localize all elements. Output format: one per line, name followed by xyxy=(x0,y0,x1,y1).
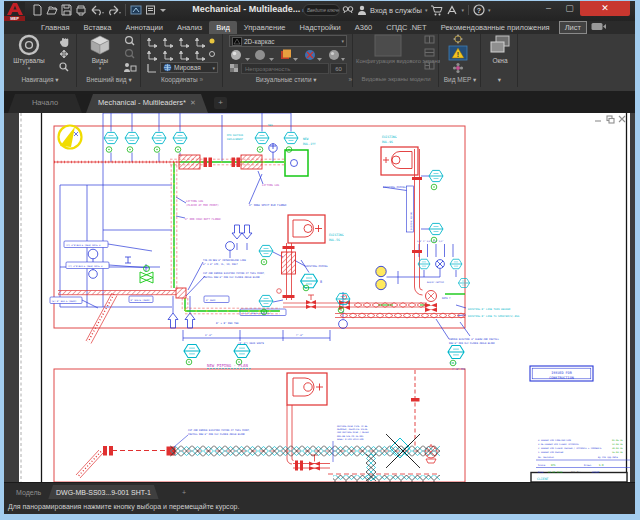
compass-icon xyxy=(454,35,463,44)
svg-text:NTS: NTS xyxy=(551,464,556,467)
svg-text:NEW PIPING - PLAN: NEW PIPING - PLAN xyxy=(207,363,249,368)
globe-icon xyxy=(163,63,172,72)
ribbon-tab-Рекомендованные приложения[interactable]: Рекомендованные приложения xyxy=(434,21,557,34)
layout-tab-add[interactable]: + xyxy=(174,485,194,500)
application-window: MEP Mechanical - Multileade... ▸ Введите… xyxy=(4,1,635,514)
windows-icon[interactable] xyxy=(490,35,511,55)
panel-appearance-label[interactable]: Внешний вид ▾ xyxy=(78,76,140,86)
svg-text:3 RE-ISSUED FOR CLIENT APPRO: 3 RE-ISSUED FOR CLIENT APPROVAL xyxy=(538,443,580,446)
svg-text:8" WASTE (DEMO): 8" WASTE (DEMO) xyxy=(131,299,151,302)
doc-tab-start[interactable]: Начало xyxy=(8,94,82,113)
cad-drawing[interactable]: 1'-6"CHECK BY SITE7'-8"2'-6"NEWMTR SECTI… xyxy=(4,113,635,482)
appearance-icons[interactable] xyxy=(122,35,138,75)
opacity-value[interactable]: 60 xyxy=(330,63,347,74)
steering-wheels-label[interactable]: Штурвалы▾ xyxy=(4,57,54,71)
quick-access-toolbar xyxy=(32,3,167,17)
ribbon-tab-Вид[interactable]: Вид xyxy=(209,21,237,34)
svg-text:No. Revision: No. Revision xyxy=(538,456,554,459)
signin-label[interactable]: Вход в службы xyxy=(370,6,422,15)
autocad-app-button[interactable]: MEP xyxy=(4,2,26,21)
ribbon-tab-Лист[interactable]: Лист xyxy=(559,21,587,34)
close-button[interactable]: ✕ xyxy=(580,1,630,16)
ribbon-tab-Анализ[interactable]: Анализ xyxy=(170,21,209,34)
panel-visual-styles-label[interactable]: Визуальные стили ▾ » xyxy=(224,76,352,86)
ucs-icons[interactable] xyxy=(146,35,220,61)
tab-close-icon[interactable]: ✕ xyxy=(190,99,196,106)
new-file-icon[interactable] xyxy=(32,4,43,16)
svg-text:DWG No:: DWG No: xyxy=(571,471,581,474)
layout-tab-model[interactable]: Модель xyxy=(8,485,49,500)
panel-model-viewports: Конфигурация видового экрана ▾ Видовые э… xyxy=(354,34,439,87)
panel-navigation-label[interactable]: Навигация ▾ xyxy=(4,76,76,86)
drawing-canvas[interactable]: 1'-6"CHECK BY SITE7'-8"2'-6"NEWMTR SECTI… xyxy=(4,113,635,482)
new-tab-button[interactable]: + xyxy=(214,97,227,109)
panel-windows: Окна ▾ xyxy=(482,34,518,87)
svg-text:EXISTING 8" LINE TO SPRAYER(S): EXISTING 8" LINE TO SPRAYER(S)-8S6 xyxy=(468,315,520,318)
ribbon-tab-Аннотации[interactable]: Аннотации xyxy=(118,21,170,34)
separator xyxy=(467,4,470,16)
tab-extra-icon[interactable] xyxy=(591,22,607,33)
svg-text:Drawn: Drawn xyxy=(584,464,592,467)
panel-coordinates-label[interactable]: Координаты » xyxy=(142,76,222,86)
app-store-icon[interactable] xyxy=(446,5,458,16)
undo-icon[interactable] xyxy=(90,4,104,16)
cart-icon[interactable] xyxy=(430,5,443,16)
ribbon-tab-Надстройки[interactable]: Надстройки xyxy=(293,21,348,34)
layout-tab-bar: Модель DWG-MB-SS03...9-001 SHT-1 + xyxy=(4,482,635,499)
steering-wheels-icon[interactable] xyxy=(16,34,42,56)
opacity-icon[interactable] xyxy=(229,63,239,73)
ribbon-tab-СПДС .NET[interactable]: СПДС .NET xyxy=(379,21,433,34)
ribbon: Штурвалы▾ Навигация ▾ Виды▾ Внешний вид … xyxy=(4,34,635,91)
visual-style-icons[interactable] xyxy=(229,49,349,62)
minimize-button[interactable]: – xyxy=(538,1,559,16)
panel-navigation: Штурвалы▾ Навигация ▾ xyxy=(4,34,77,87)
svg-text:(E) 8" WASTE (DEMO)(E): (E) 8" WASTE (DEMO)(E) xyxy=(242,312,271,315)
windows-label[interactable]: Окна xyxy=(482,57,518,64)
svg-text:ISSUED FOR: ISSUED FOR xyxy=(551,371,572,375)
mep-view-icons[interactable]: ! xyxy=(448,34,472,76)
svg-text:EXISTING: EXISTING xyxy=(329,233,344,237)
svg-text:BUL-5S: BUL-5S xyxy=(329,238,340,242)
svg-text:7'-6" TYP: 7'-6" TYP xyxy=(452,368,466,371)
svg-text:Scale: Scale xyxy=(538,464,546,467)
opacity-field: Непрозрачность xyxy=(241,63,329,74)
workspace-icon[interactable] xyxy=(130,4,142,16)
search-icon[interactable] xyxy=(342,5,354,15)
svg-text:CLIENT: CLIENT xyxy=(537,477,549,481)
panel-mep-view-label[interactable]: Вид MEP ▾ xyxy=(440,76,480,86)
ribbon-tab-A360[interactable]: A360 xyxy=(348,21,380,34)
ribbon-tab-Управление[interactable]: Управление xyxy=(237,21,293,34)
svg-text:EXISTING PIPING: EXISTING PIPING xyxy=(383,186,406,189)
svg-text:4 ISSUED FOR CONSTRUCTION: 4 ISSUED FOR CONSTRUCTION xyxy=(538,439,572,442)
layout-tab-active[interactable]: DWG-MB-SS03...9-001 SHT-1 xyxy=(48,485,159,500)
svg-text:1 ISSUED FOR REVIEW: 1 ISSUED FOR REVIEW xyxy=(538,451,564,454)
views-label[interactable]: Виды▾ xyxy=(78,57,122,71)
ribbon-tab-Вставка[interactable]: Вставка xyxy=(77,21,119,34)
save-icon[interactable] xyxy=(61,4,72,16)
panel-appearance: Виды▾ Внешний вид ▾ xyxy=(78,34,141,87)
views-cube-icon[interactable] xyxy=(88,34,112,56)
redo-icon[interactable] xyxy=(107,4,121,16)
pan-zoom-icons[interactable] xyxy=(56,35,72,75)
zoom-icon xyxy=(60,63,66,69)
svg-text:CONSTRUCTION: CONSTRUCTION xyxy=(549,376,574,380)
search-input[interactable]: Введите ключевое слово/фразу xyxy=(303,4,340,16)
svg-text:(PLACED AT MID POINT): (PLACED AT MID POINT) xyxy=(186,204,219,207)
ucs-world-icon[interactable] xyxy=(146,62,158,74)
help-icon[interactable]: ? xyxy=(473,4,485,16)
svg-text:EXISTING: EXISTING xyxy=(382,135,397,139)
doc-tab-active[interactable]: Mechanical - Multileaders*✕ xyxy=(86,94,208,113)
maximize-button[interactable]: ▢ xyxy=(559,1,580,16)
ribbon-tab-Главная[interactable]: Главная xyxy=(34,21,77,34)
svg-text:(P) 4"Ø BLR-5 (NEW) NOTE 4: (P) 4"Ø BLR-5 (NEW) NOTE 4 xyxy=(68,265,103,268)
signin-icon[interactable] xyxy=(357,5,367,16)
plot-icon[interactable] xyxy=(75,4,87,16)
panel-windows-label[interactable]: ▾ xyxy=(482,76,517,86)
visual-style-thumb xyxy=(232,37,242,46)
svg-text:EXISTING 8" LINE THIN HEADER: EXISTING 8" LINE THIN HEADER xyxy=(468,308,511,311)
open-file-icon[interactable] xyxy=(46,4,58,16)
visual-style-combo[interactable]: 2D-каркас▾ xyxy=(229,35,347,47)
sphere-icon xyxy=(231,50,241,60)
ucs-combo[interactable]: Мировая▾ xyxy=(160,62,218,73)
panel-mep-view: ! Вид MEP ▾ xyxy=(440,34,481,87)
